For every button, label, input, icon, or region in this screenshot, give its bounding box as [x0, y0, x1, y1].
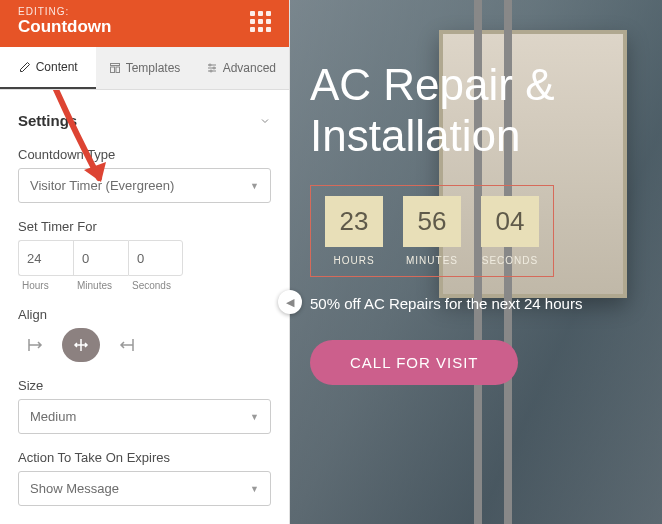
- editing-label: EDITING:: [18, 6, 111, 17]
- panel-header: EDITING: Countdown: [0, 0, 289, 47]
- headline-text: AC Repair & Installation: [310, 60, 662, 161]
- templates-icon: [109, 62, 121, 74]
- countdown-minutes-value: 56: [403, 196, 461, 247]
- grid-handle-icon[interactable]: [250, 11, 271, 32]
- preview-pane: ◀ AC Repair & Installation 23HOURS 56MIN…: [290, 0, 662, 524]
- tab-templates[interactable]: Templates: [96, 47, 192, 89]
- countdown-type-select[interactable]: Visitor Timer (Evergreen)▼: [18, 168, 271, 203]
- chevron-down-icon: ▼: [250, 412, 259, 422]
- svg-rect-1: [110, 67, 114, 73]
- seconds-unit-label: Seconds: [128, 280, 183, 291]
- align-label: Align: [18, 307, 271, 322]
- pencil-icon: [19, 61, 31, 73]
- action-expires-label: Action To Take On Expires: [18, 450, 271, 465]
- chevron-down-icon: ▼: [250, 181, 259, 191]
- size-label: Size: [18, 378, 271, 393]
- svg-rect-0: [110, 64, 119, 66]
- countdown-type-label: Countdown Type: [18, 147, 271, 162]
- hours-unit-label: Hours: [18, 280, 73, 291]
- countdown-seconds-value: 04: [481, 196, 539, 247]
- tab-advanced[interactable]: Advanced: [193, 47, 289, 89]
- countdown-widget: 23HOURS 56MINUTES 04SECONDS: [310, 185, 554, 277]
- svg-rect-2: [116, 67, 120, 73]
- align-center-button[interactable]: [62, 328, 100, 362]
- hours-input[interactable]: [18, 240, 73, 276]
- svg-point-3: [209, 64, 211, 66]
- editing-title: Countdown: [18, 17, 111, 37]
- align-right-button[interactable]: [106, 328, 144, 362]
- set-timer-label: Set Timer For: [18, 219, 271, 234]
- countdown-hours-label: HOURS: [325, 255, 383, 266]
- editor-sidebar: EDITING: Countdown Content Templates Adv…: [0, 0, 290, 524]
- countdown-hours-value: 23: [325, 196, 383, 247]
- svg-point-4: [213, 67, 215, 69]
- svg-point-5: [210, 70, 212, 72]
- chevron-down-icon: ▼: [250, 484, 259, 494]
- sliders-icon: [206, 62, 218, 74]
- panel-tabs: Content Templates Advanced: [0, 47, 289, 90]
- size-select[interactable]: Medium▼: [18, 399, 271, 434]
- tab-content[interactable]: Content: [0, 47, 96, 89]
- collapse-handle[interactable]: ◀: [278, 290, 302, 314]
- cta-button[interactable]: CALL FOR VISIT: [310, 340, 518, 385]
- settings-section-header[interactable]: Settings: [18, 112, 271, 129]
- action-expires-select[interactable]: Show Message▼: [18, 471, 271, 506]
- chevron-down-icon: [259, 115, 271, 127]
- promo-text: 50% off AC Repairs for the next 24 hours: [310, 295, 662, 312]
- seconds-input[interactable]: [128, 240, 183, 276]
- minutes-unit-label: Minutes: [73, 280, 128, 291]
- minutes-input[interactable]: [73, 240, 128, 276]
- align-left-button[interactable]: [18, 328, 56, 362]
- countdown-seconds-label: SECONDS: [481, 255, 539, 266]
- countdown-minutes-label: MINUTES: [403, 255, 461, 266]
